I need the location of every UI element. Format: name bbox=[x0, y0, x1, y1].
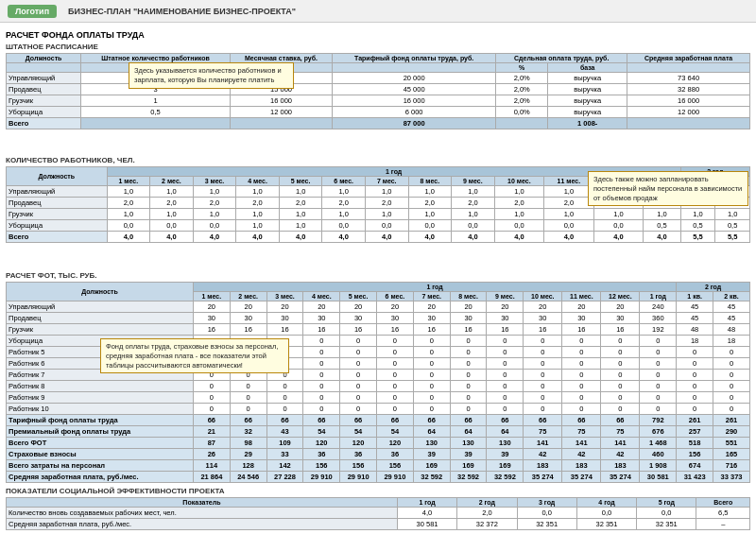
section3-title: РАСЧЕТ ФОТ, тыс. руб. bbox=[6, 271, 750, 280]
table-row: Средняя заработная плата, руб./мес.30 58… bbox=[7, 519, 750, 530]
fot-cell: 0 bbox=[713, 347, 750, 358]
summary-cell: 21 864 bbox=[193, 472, 230, 483]
fot-cell: 0 bbox=[601, 404, 640, 415]
fot-cell: 0 bbox=[562, 370, 601, 381]
fot-cell: 16 bbox=[487, 324, 524, 336]
position-label: Работник 9 bbox=[7, 392, 194, 404]
app-header: Логотип БИЗНЕС-ПЛАН "НАИМЕНОВАНИЕ БИЗНЕС… bbox=[0, 0, 756, 23]
fot-cell: 0 bbox=[487, 404, 524, 415]
workers-cell: 2,0 bbox=[236, 198, 280, 209]
total-label: Всего bbox=[7, 118, 81, 129]
fot-cell: 192 bbox=[640, 324, 677, 336]
table-row: Грузчик1,01,01,01,01,01,01,01,01,01,01,0… bbox=[7, 209, 750, 220]
summary-row: Средняя заработная плата, руб./мес.21 86… bbox=[7, 472, 750, 483]
workers-cell: 4,0 bbox=[107, 232, 150, 243]
fot-cell: 0 bbox=[413, 370, 450, 381]
fot-cell: 0 bbox=[266, 392, 303, 404]
fot-cell: 20 bbox=[340, 301, 377, 313]
fot-cell: 0 bbox=[562, 381, 601, 392]
fot-cell: 0 bbox=[303, 392, 340, 404]
summary-cell: 156 bbox=[377, 460, 414, 472]
col-base: база bbox=[548, 63, 627, 73]
workers-cell: 0,5 bbox=[644, 220, 681, 232]
fot-cell: 0 bbox=[230, 381, 266, 392]
base-val: выручка bbox=[548, 84, 627, 95]
workers-cell: 1,0 bbox=[236, 209, 280, 220]
fot-cell: 16 bbox=[562, 324, 601, 336]
fot-cell: 0 bbox=[413, 358, 450, 370]
total-row: Всего 87 000 1 008- bbox=[7, 118, 750, 129]
position-label: Грузчик bbox=[7, 95, 81, 107]
indicator-val: 0,0 bbox=[517, 508, 576, 519]
fot-cell: 20 bbox=[193, 301, 230, 313]
section4-title: Показатели социальной эффективности прое… bbox=[6, 487, 750, 495]
summary-cell: 183 bbox=[601, 460, 640, 472]
table-row: Работник 8000000000000000 bbox=[7, 381, 750, 392]
fot-cell: 0 bbox=[230, 404, 266, 415]
summary-label: Средняя заработная плата, руб./мес. bbox=[7, 472, 194, 483]
fot-cell: 20 bbox=[230, 301, 266, 313]
fot-cell: 0 bbox=[487, 370, 524, 381]
col-m11: 11 мес. bbox=[544, 177, 594, 186]
summary-cell: 551 bbox=[713, 438, 750, 449]
table-row: Уборщица0,00,00,01,01,00,00,00,00,00,00,… bbox=[7, 220, 750, 232]
indicator-val: 32 372 bbox=[457, 519, 517, 530]
summary-cell: 141 bbox=[601, 438, 640, 449]
summary-cell: 42 bbox=[524, 449, 562, 460]
f-m6: 6 мес. bbox=[377, 292, 414, 301]
workers-cell: 1,0 bbox=[107, 186, 150, 198]
staffing-table: Должность Штатное количество работников … bbox=[6, 53, 750, 129]
position-label: Продавец bbox=[7, 84, 81, 95]
summary-cell: 120 bbox=[340, 438, 377, 449]
f-m8: 8 мес. bbox=[450, 292, 487, 301]
fot-cell: 0 bbox=[340, 392, 377, 404]
fot-cell: 0 bbox=[450, 336, 487, 347]
fot-cell: 0 bbox=[601, 370, 640, 381]
summary-cell: 54 bbox=[340, 426, 377, 438]
workers-cell: 4,0 bbox=[236, 232, 280, 243]
total-avg bbox=[627, 118, 750, 129]
f-y1total: 1 год bbox=[640, 292, 677, 301]
fot-cell: 0 bbox=[640, 392, 677, 404]
col-monthly-rate: Месячная ставка, руб. bbox=[230, 54, 332, 63]
workers-cell: 4,0 bbox=[644, 232, 681, 243]
indicators-section: Показатели социальной эффективности прое… bbox=[6, 487, 750, 530]
fot-cell: 16 bbox=[340, 324, 377, 336]
col-m5: 5 мес. bbox=[279, 177, 322, 186]
workers-cell: 4,0 bbox=[279, 232, 322, 243]
base-val: выручка bbox=[548, 73, 627, 84]
fot-cell: 20 bbox=[377, 301, 414, 313]
workers-cell: 1,0 bbox=[408, 209, 452, 220]
fot-cell: 0 bbox=[413, 381, 450, 392]
summary-cell: 716 bbox=[713, 460, 750, 472]
fot-cell: 0 bbox=[487, 358, 524, 370]
fot-cell: 16 bbox=[266, 324, 303, 336]
fot-cell: 0 bbox=[524, 381, 562, 392]
fot-cell: 0 bbox=[230, 392, 266, 404]
fot-cell: 0 bbox=[340, 381, 377, 392]
summary-cell: 130 bbox=[487, 438, 524, 449]
table-row: Грузчик1616161616161616161616161924848 bbox=[7, 324, 750, 336]
page-main-title: РАСЧЕТ ФОНДА ОПЛАТЫ ТРУДА bbox=[6, 30, 750, 40]
fot-cell: 45 bbox=[713, 313, 750, 324]
workers-cell: 4,0 bbox=[452, 232, 495, 243]
workers-cell: 0,0 bbox=[322, 220, 366, 232]
workers-cell: 1,0 bbox=[193, 186, 236, 198]
fot-cell: 0 bbox=[340, 336, 377, 347]
section2-title: КОЛИЧЕСТВО РАБОТНИКОВ, чел. bbox=[6, 156, 750, 164]
workers-cell: 0,0 bbox=[494, 220, 544, 232]
fot-cell: 0 bbox=[601, 347, 640, 358]
fot-cell: 16 bbox=[524, 324, 562, 336]
tooltip2: Здесь также можно запланировать постепен… bbox=[588, 171, 748, 206]
summary-cell: 32 592 bbox=[413, 472, 450, 483]
workers-cell: 5,5 bbox=[715, 232, 750, 243]
fot-cell: 48 bbox=[713, 324, 750, 336]
summary-cell: 54 bbox=[377, 426, 414, 438]
fot-cell: 0 bbox=[524, 392, 562, 404]
position-label: Всего bbox=[7, 232, 108, 243]
col-m9: 9 мес. bbox=[452, 177, 495, 186]
col-m8: 8 мес. bbox=[408, 177, 452, 186]
summary-cell: 64 bbox=[413, 426, 450, 438]
fot-cell: 45 bbox=[713, 301, 750, 313]
f-q2: 2 кв. bbox=[713, 292, 750, 301]
